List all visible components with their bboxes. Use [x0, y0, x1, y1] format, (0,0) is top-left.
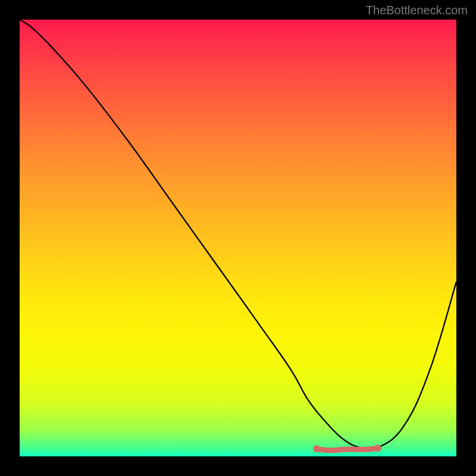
optimal-range-dot-right — [374, 444, 381, 452]
chart-area — [20, 20, 456, 456]
optimal-range-dot-left — [313, 445, 320, 452]
chart-svg — [20, 20, 456, 456]
bottleneck-curve-line — [20, 20, 456, 450]
watermark-text: TheBottleneck.com — [366, 4, 468, 17]
optimal-range-marker — [317, 448, 378, 450]
